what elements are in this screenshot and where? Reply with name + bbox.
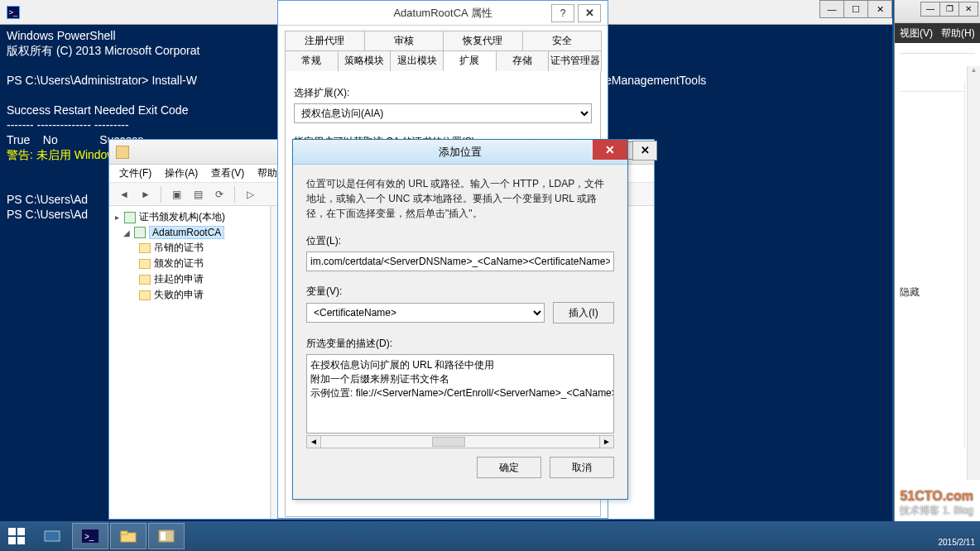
add-location-description: 位置可以是任何有效的 URL 或路径。输入一个 HTTP，LDAP，文件地址，或… xyxy=(306,176,614,221)
right-action-pane: — ❐ ✕ 视图(V) 帮助(H) 隐藏 xyxy=(894,0,980,521)
powershell-icon: >_ xyxy=(81,528,99,544)
show-hide-button[interactable]: ▤ xyxy=(188,185,208,204)
scroll-thumb[interactable] xyxy=(432,437,465,447)
svg-rect-9 xyxy=(121,531,127,534)
ps-line: PS C:\Users\Administrator> Install-W xyxy=(7,74,197,87)
tree-item-pending[interactable]: 挂起的申请 xyxy=(111,271,268,287)
taskbar-item-explorer[interactable] xyxy=(110,523,147,549)
taskbar-item-powershell[interactable]: >_ xyxy=(72,523,108,549)
menu-help[interactable]: 帮助(H) xyxy=(941,26,975,41)
select-extension-dropdown[interactable]: 授权信息访问(AIA) xyxy=(294,103,592,123)
folder-icon xyxy=(139,275,151,285)
ca-icon xyxy=(134,227,146,238)
restore-button[interactable]: ❐ xyxy=(939,2,959,17)
add-location-title: 添加位置 xyxy=(439,145,482,160)
taskbar-item-server-manager[interactable] xyxy=(34,523,70,549)
svg-rect-5 xyxy=(46,533,58,539)
ps-line: ------- -------------- --------- xyxy=(7,118,129,132)
svg-text:>_: >_ xyxy=(84,532,94,541)
tab-extensions[interactable]: 扩展 xyxy=(443,50,497,71)
horizontal-scrollbar[interactable]: ◄ ► xyxy=(306,435,614,448)
variable-description-label: 所选变量的描述(D): xyxy=(306,337,614,351)
menu-view[interactable]: 视图(V) xyxy=(900,26,933,41)
tab-auditing[interactable]: 审核 xyxy=(364,31,444,50)
taskbar-clock[interactable]: 2015/2/11 xyxy=(939,537,976,548)
location-input[interactable] xyxy=(306,252,614,271)
collapse-icon[interactable]: ◢ xyxy=(122,228,131,237)
taskbar-item-mmc[interactable] xyxy=(148,523,185,549)
add-location-dialog: 添加位置 ✕ 位置可以是任何有效的 URL 或路径。输入一个 HTTP，LDAP… xyxy=(292,139,628,500)
maximize-button[interactable]: ☐ xyxy=(843,0,868,18)
svg-rect-1 xyxy=(17,528,25,535)
variable-description-box: 在授权信息访问扩展的 URL 和路径中使用 附加一个后缀来辨别证书文件名 示例位… xyxy=(306,354,614,434)
tab-general[interactable]: 常规 xyxy=(285,50,339,71)
tree-label-selected: AdatumRootCA xyxy=(149,226,224,239)
up-button[interactable]: ▣ xyxy=(166,185,186,204)
powershell-icon: >_ xyxy=(7,6,20,19)
powershell-window-controls: — ☐ ✕ xyxy=(820,0,892,18)
close-button[interactable]: ✕ xyxy=(867,0,892,18)
scroll-track[interactable] xyxy=(321,435,599,448)
select-extension-label: 选择扩展(X): xyxy=(294,86,592,100)
taskbar: >_ 2015/2/11 xyxy=(0,521,980,551)
background-window-close-icon[interactable]: ✕ xyxy=(632,141,657,161)
add-location-titlebar: 添加位置 ✕ xyxy=(293,140,627,165)
close-button[interactable]: ✕ xyxy=(578,4,601,22)
svg-rect-11 xyxy=(161,532,166,540)
ps-prompt: PS C:\Users\Ad xyxy=(7,193,88,206)
right-pane-titlebar: — ❐ ✕ xyxy=(895,0,980,23)
menu-action[interactable]: 操作(A) xyxy=(160,165,203,182)
minimize-button[interactable]: — xyxy=(819,0,844,18)
server-manager-icon xyxy=(43,528,61,544)
play-button[interactable]: ▷ xyxy=(240,185,260,204)
vertical-scrollbar[interactable] xyxy=(967,66,980,480)
insert-button[interactable]: 插入(I) xyxy=(553,302,614,323)
tab-security[interactable]: 安全 xyxy=(522,31,603,50)
back-button[interactable]: ◄ xyxy=(114,185,134,204)
mmc-title-icon xyxy=(116,146,129,159)
desc-line: 在授权信息访问扩展的 URL 和路径中使用 xyxy=(310,358,610,372)
help-button[interactable]: ? xyxy=(551,4,574,22)
tab-recovery-agents[interactable]: 恢复代理 xyxy=(443,31,523,50)
ps-line: 版权所有 (C) 2013 Microsoft Corporat xyxy=(7,44,199,57)
ps-line: Windows PowerShell xyxy=(7,29,116,42)
tree-item-issued[interactable]: 颁发的证书 xyxy=(111,256,268,271)
properties-title: AdatumRootCA 属性 xyxy=(393,6,492,21)
tab-certificate-managers[interactable]: 证书管理器 xyxy=(548,50,602,71)
minimize-button[interactable]: — xyxy=(920,2,940,17)
variable-dropdown[interactable]: <CertificateName> xyxy=(306,303,545,323)
close-button[interactable]: ✕ xyxy=(958,2,978,17)
tab-policy-module[interactable]: 策略模块 xyxy=(338,50,392,71)
close-button[interactable]: ✕ xyxy=(593,140,627,160)
watermark-line: 51CTO.com xyxy=(900,489,973,504)
tree-item-failed[interactable]: 失败的申请 xyxy=(111,287,268,303)
menu-view[interactable]: 查看(V) xyxy=(206,165,249,182)
start-button[interactable] xyxy=(0,521,33,551)
folder-icon xyxy=(139,259,151,269)
menu-file[interactable]: 文件(F) xyxy=(114,165,156,182)
mmc-tree: ▸ 证书颁发机构(本地) ◢ AdatumRootCA 吊销的证书 颁发的证书 … xyxy=(109,206,271,519)
tree-item-revoked[interactable]: 吊销的证书 xyxy=(111,240,268,256)
tree-ca-node[interactable]: ◢ AdatumRootCA xyxy=(111,225,268,240)
ok-button[interactable]: 确定 xyxy=(477,457,541,478)
ca-root-icon xyxy=(124,212,136,223)
cancel-button[interactable]: 取消 xyxy=(550,457,614,478)
variable-label: 变量(V): xyxy=(306,285,614,299)
folder-icon xyxy=(119,528,137,544)
tab-storage[interactable]: 存储 xyxy=(496,50,550,71)
scroll-right-icon[interactable]: ► xyxy=(599,435,614,448)
tree-label: 吊销的证书 xyxy=(154,241,204,255)
tree-root[interactable]: ▸ 证书颁发机构(本地) xyxy=(111,209,268,225)
expand-icon[interactable]: ▸ xyxy=(113,213,121,222)
mmc-icon xyxy=(157,528,175,544)
refresh-button[interactable]: ⟳ xyxy=(209,185,229,204)
scroll-left-icon[interactable]: ◄ xyxy=(306,435,321,448)
forward-button[interactable]: ► xyxy=(136,185,156,204)
folder-icon xyxy=(139,290,151,300)
tree-label: 挂起的申请 xyxy=(154,272,204,286)
svg-rect-2 xyxy=(8,537,16,544)
tab-exit-module[interactable]: 退出模块 xyxy=(390,50,444,71)
property-tabs: 注册代理 审核 恢复代理 安全 常规 策略模块 退出模块 扩展 存储 证书管理器 xyxy=(278,26,608,71)
tab-enrollment-agents[interactable]: 注册代理 xyxy=(285,31,365,50)
tree-label: 颁发的证书 xyxy=(154,256,204,271)
